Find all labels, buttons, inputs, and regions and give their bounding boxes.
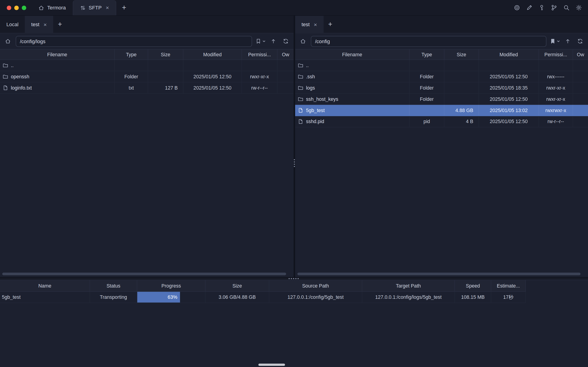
- search-icon[interactable]: [563, 5, 570, 11]
- cell-type: Folder: [409, 94, 444, 105]
- tab-sftp-label: SFTP: [89, 5, 102, 10]
- close-window-button[interactable]: [7, 6, 11, 10]
- column-header-progress[interactable]: Progress: [137, 280, 205, 292]
- column-header-modified[interactable]: Modified: [479, 49, 539, 59]
- left-file-list: .. openssh Folder 2025/01/05 12:50: [0, 60, 294, 94]
- file-row[interactable]: openssh Folder 2025/01/05 12:50 rwxr-xr-…: [0, 71, 294, 83]
- right-horizontal-scrollbar[interactable]: [298, 273, 581, 275]
- close-icon[interactable]: ×: [314, 22, 317, 27]
- cell-permissions: rwxr-xr-x: [539, 94, 573, 105]
- transfer-splitter[interactable]: [0, 277, 588, 280]
- cell-transfer-source: 127.0.0.1:/config/5gb_test: [269, 292, 362, 303]
- file-row[interactable]: sshd.pid pid 4 B 2025/01/05 12:50 rw-r--…: [295, 116, 588, 127]
- cell-filename: 5gb_test: [295, 105, 410, 116]
- tab-termora[interactable]: Termora: [32, 0, 73, 15]
- column-header-owner[interactable]: Ow: [277, 49, 294, 59]
- right-bookmark-button[interactable]: [550, 36, 560, 46]
- column-header-estimate[interactable]: Estimate...: [491, 280, 526, 292]
- git-branch-icon[interactable]: [551, 5, 557, 11]
- column-header-filename[interactable]: Filename: [0, 49, 115, 59]
- column-header-permissions[interactable]: Permissi...: [242, 49, 277, 59]
- tab-local[interactable]: Local: [0, 16, 25, 33]
- cell-owner: [573, 60, 588, 71]
- left-home-button[interactable]: [3, 36, 12, 46]
- cell-size: [444, 60, 479, 71]
- column-header-modified[interactable]: Modified: [183, 49, 242, 59]
- transfer-table-header: Name Status Progress Size Source Path Ta…: [0, 280, 588, 292]
- titlebar-actions: [514, 0, 588, 15]
- column-header-type[interactable]: Type: [115, 49, 148, 59]
- cell-type: Folder: [409, 71, 444, 82]
- left-refresh-button[interactable]: [281, 36, 290, 46]
- key-icon[interactable]: [539, 5, 545, 11]
- column-header-source-path[interactable]: Source Path: [269, 280, 362, 292]
- tab-sftp[interactable]: SFTP ×: [73, 0, 116, 15]
- column-header-speed[interactable]: Speed: [455, 280, 491, 292]
- file-row[interactable]: ..: [0, 60, 294, 71]
- file-row[interactable]: loginfo.txt txt 127 B 2025/01/05 12:50 r…: [0, 83, 294, 94]
- left-add-tab-button[interactable]: +: [53, 16, 67, 33]
- right-add-tab-button[interactable]: +: [324, 16, 337, 33]
- splitter-handle-icon: [289, 278, 298, 279]
- column-header-size[interactable]: Size: [444, 49, 479, 59]
- right-panel: test × +: [295, 16, 588, 277]
- left-horizontal-scrollbar[interactable]: [2, 273, 286, 275]
- left-path-input[interactable]: [16, 36, 252, 47]
- bookmark-icon: [255, 38, 261, 44]
- right-refresh-button[interactable]: [576, 36, 585, 46]
- transfer-row[interactable]: 5gb_test Transporting 63% 3.06 GB/4.88 G…: [0, 292, 588, 303]
- tab-test-right[interactable]: test ×: [295, 16, 324, 33]
- left-pathbar: [0, 33, 294, 49]
- gear-icon[interactable]: [576, 5, 582, 11]
- right-up-directory-button[interactable]: [563, 36, 572, 46]
- close-icon[interactable]: ×: [43, 22, 47, 27]
- column-header-permissions[interactable]: Permissi...: [539, 49, 573, 59]
- close-icon[interactable]: ×: [106, 5, 109, 10]
- file-row[interactable]: .ssh Folder 2025/01/05 12:50 rwx------: [295, 71, 588, 83]
- right-path-input[interactable]: [311, 36, 546, 47]
- file-row[interactable]: logs Folder 2025/01/05 18:35 rwxr-xr-x: [295, 83, 588, 94]
- column-header-size[interactable]: Size: [205, 280, 269, 292]
- cell-permissions: rwx------: [539, 71, 573, 82]
- cell-owner: [573, 83, 588, 93]
- column-header-size[interactable]: Size: [148, 49, 183, 59]
- column-header-owner[interactable]: Ow: [573, 49, 588, 59]
- cell-filename: .ssh: [295, 71, 410, 82]
- cell-transfer-estimate: 17秒: [491, 292, 526, 303]
- zoom-window-button[interactable]: [22, 6, 26, 10]
- cell-size: [444, 71, 479, 82]
- right-home-button[interactable]: [298, 36, 307, 46]
- column-header-name[interactable]: Name: [0, 280, 90, 292]
- cell-size: [444, 94, 479, 105]
- left-up-directory-button[interactable]: [269, 36, 278, 46]
- arrow-up-icon: [270, 38, 276, 44]
- transfer-queue: Name Status Progress Size Source Path Ta…: [0, 280, 588, 367]
- cell-type: txt: [115, 83, 148, 93]
- left-bookmark-button[interactable]: [255, 36, 265, 46]
- pencil-icon[interactable]: [526, 5, 533, 11]
- file-row[interactable]: ssh_host_keys Folder 2025/01/05 12:50 rw…: [295, 94, 588, 105]
- cell-owner: [277, 71, 294, 82]
- column-header-status[interactable]: Status: [90, 280, 137, 292]
- new-tab-button[interactable]: +: [116, 0, 132, 15]
- cell-type: [409, 105, 444, 116]
- transfer-arrows-icon: [80, 5, 86, 11]
- cell-size: [148, 60, 183, 71]
- column-header-type[interactable]: Type: [409, 49, 444, 59]
- record-icon[interactable]: [514, 5, 520, 11]
- column-header-filename[interactable]: Filename: [295, 49, 410, 59]
- file-row-selected[interactable]: 5gb_test 4.88 GB 2025/01/05 13:02 rwxrwx…: [295, 105, 588, 116]
- column-header-target-path[interactable]: Target Path: [362, 280, 455, 292]
- cell-type: [409, 60, 444, 71]
- tab-test-left-label: test: [31, 22, 40, 27]
- minimize-window-button[interactable]: [14, 6, 19, 10]
- cell-type: pid: [409, 116, 444, 127]
- cell-filename: openssh: [0, 71, 115, 82]
- tab-test-left[interactable]: test ×: [25, 16, 53, 33]
- transfer-progress-fill: 63%: [137, 292, 180, 302]
- chevron-down-icon: [557, 40, 560, 43]
- cell-transfer-progress: 63%: [137, 292, 205, 303]
- window-horizontal-scrollbar[interactable]: [258, 364, 285, 366]
- cell-size: 4 B: [444, 116, 479, 127]
- file-row[interactable]: ..: [295, 60, 588, 71]
